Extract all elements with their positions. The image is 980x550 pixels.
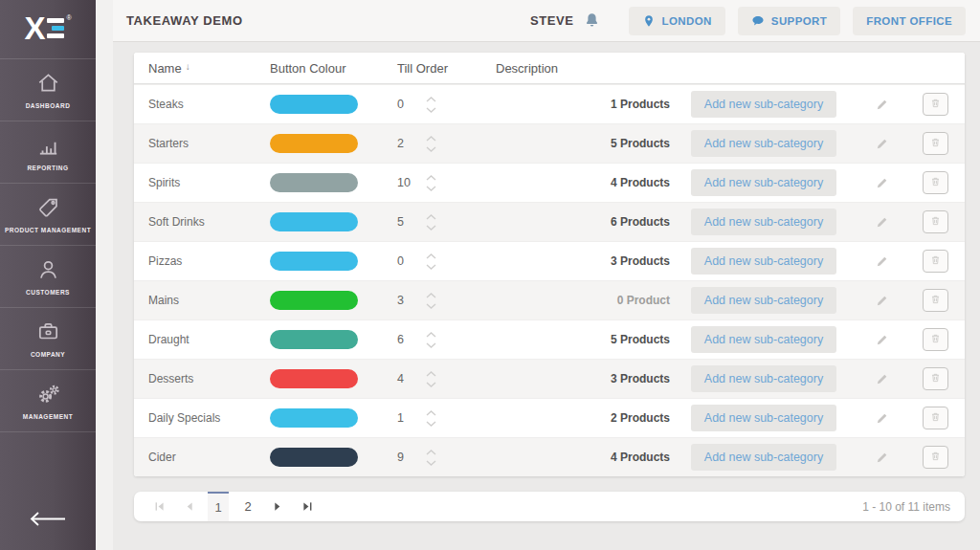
spinner-down-button[interactable] [426, 303, 436, 309]
add-sub-category-button[interactable]: Add new sub-category [691, 287, 836, 314]
pencil-icon [875, 297, 889, 311]
sidebar-item-dashboard[interactable]: DASHBOARD [0, 59, 96, 121]
pagination-info: 1 - 10 of 11 items [862, 500, 950, 514]
edit-button[interactable] [875, 137, 889, 151]
add-sub-category-button[interactable]: Add new sub-category [691, 209, 836, 235]
edit-button[interactable] [875, 372, 889, 386]
button-colour-pill[interactable] [270, 134, 358, 153]
add-sub-category-button[interactable]: Add new sub-category [691, 365, 836, 392]
till-order-value[interactable]: 0 [397, 98, 420, 111]
delete-button[interactable] [923, 250, 948, 273]
button-colour-pill[interactable] [270, 95, 358, 114]
category-name: Desserts [134, 372, 270, 385]
edit-button[interactable] [875, 333, 889, 347]
add-sub-category-button[interactable]: Add new sub-category [691, 130, 836, 157]
products-count: 1 Products [574, 98, 670, 111]
edit-button[interactable] [875, 451, 889, 465]
till-order-value[interactable]: 2 [397, 137, 420, 150]
column-header-description[interactable]: Description [488, 61, 574, 76]
delete-button[interactable] [923, 407, 948, 429]
spinner-down-button[interactable] [426, 342, 436, 348]
pencil-icon [875, 257, 889, 272]
last-page-button[interactable] [297, 492, 318, 521]
sidebar-item-management[interactable]: MANAGEMENT [0, 370, 96, 432]
button-colour-pill[interactable] [270, 448, 358, 467]
spinner-down-button[interactable] [426, 264, 436, 270]
table-row-draught: Draught65 ProductsAdd new sub-category [134, 319, 965, 359]
trash-icon [929, 450, 942, 466]
pencil-icon [875, 375, 889, 389]
briefcase-icon [35, 319, 61, 344]
products-count: 3 Products [574, 372, 670, 385]
next-page-button[interactable] [267, 492, 288, 521]
products-count: 0 Product [574, 294, 670, 307]
spinner-down-button[interactable] [426, 146, 436, 152]
button-colour-pill[interactable] [270, 330, 358, 349]
add-sub-category-button[interactable]: Add new sub-category [691, 405, 836, 431]
registered-mark: ® [66, 14, 71, 21]
add-sub-category-button[interactable]: Add new sub-category [691, 444, 836, 471]
till-order-value[interactable]: 5 [397, 215, 420, 229]
page-button-1[interactable]: 1 [208, 492, 229, 521]
button-colour-pill[interactable] [270, 369, 358, 388]
button-colour-pill[interactable] [270, 408, 358, 428]
front-office-button[interactable]: FRONT OFFICE [853, 7, 966, 35]
add-sub-category-button[interactable]: Add new sub-category [691, 91, 836, 118]
top-bar: TAKEAWAY DEMO STEVE LONDONSUPPORTFRONT O… [113, 0, 980, 42]
chevron-down-icon [426, 180, 436, 194]
support-button[interactable]: SUPPORT [738, 7, 840, 35]
london-button[interactable]: LONDON [629, 7, 725, 35]
delete-button[interactable] [923, 132, 948, 155]
spinner-down-button[interactable] [426, 382, 436, 387]
button-colour-pill[interactable] [270, 291, 358, 310]
first-page-button[interactable] [148, 492, 169, 521]
spinner-down-button[interactable] [426, 186, 436, 191]
till-order-value[interactable]: 9 [397, 451, 420, 464]
sidebar-item-reporting[interactable]: REPORTING [0, 121, 96, 184]
delete-button[interactable] [923, 446, 948, 469]
till-order-value[interactable]: 0 [397, 254, 420, 268]
sidebar-item-label: CUSTOMERS [26, 289, 70, 296]
notifications-bell-icon[interactable] [583, 11, 601, 30]
add-sub-category-button[interactable]: Add new sub-category [691, 326, 836, 353]
delete-button[interactable] [923, 210, 948, 233]
products-count: 4 Products [574, 451, 670, 464]
edit-button[interactable] [875, 294, 889, 308]
prev-page-button[interactable] [178, 492, 199, 521]
sidebar-item-customers[interactable]: CUSTOMERS [0, 246, 96, 308]
back-button[interactable] [0, 494, 96, 550]
chevron-down-icon [426, 454, 436, 469]
pencil-icon [875, 140, 889, 154]
sidebar-item-product-management[interactable]: PRODUCT MANAGEMENT [0, 184, 96, 246]
spinner-down-button[interactable] [426, 107, 436, 113]
edit-button[interactable] [875, 411, 889, 426]
edit-button[interactable] [875, 176, 889, 190]
till-order-value[interactable]: 6 [397, 333, 420, 346]
button-colour-pill[interactable] [270, 252, 358, 271]
delete-button[interactable] [923, 289, 948, 312]
edit-button[interactable] [875, 215, 889, 230]
spinner-down-button[interactable] [426, 421, 436, 427]
delete-button[interactable] [923, 328, 948, 351]
delete-button[interactable] [923, 93, 948, 116]
spinner-down-button[interactable] [426, 460, 436, 466]
column-header-till-order[interactable]: Till Order [397, 61, 488, 76]
chevron-down-icon [426, 415, 436, 429]
page-button-2[interactable]: 2 [237, 492, 258, 521]
delete-button[interactable] [923, 171, 948, 194]
button-colour-pill[interactable] [270, 173, 358, 192]
spinner-down-button[interactable] [426, 225, 436, 231]
delete-button[interactable] [923, 367, 948, 390]
edit-button[interactable] [875, 254, 889, 269]
column-header-button-colour[interactable]: Button Colour [270, 61, 397, 76]
add-sub-category-button[interactable]: Add new sub-category [691, 248, 836, 275]
till-order-value[interactable]: 3 [397, 294, 420, 307]
button-colour-pill[interactable] [270, 212, 358, 231]
add-sub-category-button[interactable]: Add new sub-category [691, 169, 836, 196]
sidebar-item-company[interactable]: COMPANY [0, 308, 96, 370]
edit-button[interactable] [875, 98, 889, 112]
till-order-value[interactable]: 1 [397, 411, 420, 425]
column-header-name[interactable]: Name↓ [134, 61, 270, 76]
till-order-value[interactable]: 10 [397, 176, 420, 189]
till-order-value[interactable]: 4 [397, 372, 420, 385]
